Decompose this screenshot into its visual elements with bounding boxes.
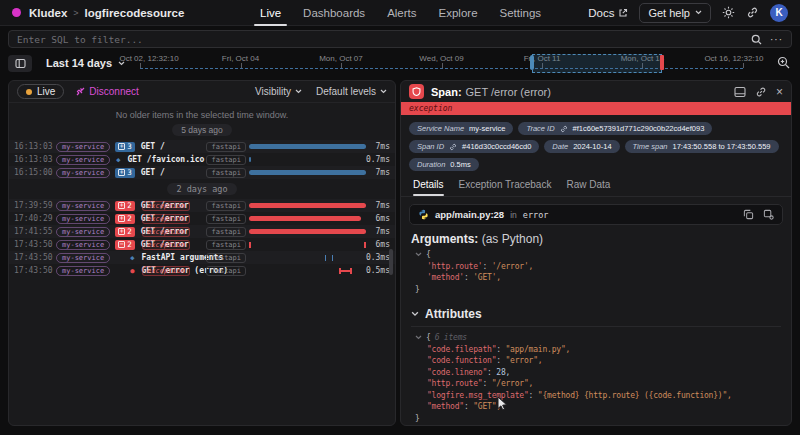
more-options-icon[interactable]: ···: [770, 34, 783, 45]
search-icon[interactable]: [751, 34, 762, 45]
duration-value: 7ms: [376, 168, 390, 177]
row-timestamp: 17:43:50: [14, 266, 56, 275]
empty-window-message: No older items in the selected time wind…: [9, 110, 395, 120]
duration-bar-area: [249, 153, 366, 166]
breadcrumb-project[interactable]: logfirecodesource: [85, 7, 185, 19]
duration-value: 7ms: [376, 142, 390, 151]
collapse-caret-icon[interactable]: [415, 252, 422, 257]
tag-exception: exception: [142, 266, 190, 276]
copy-link-icon[interactable]: [755, 86, 767, 98]
zoom-in-icon[interactable]: [777, 56, 790, 69]
scrollbar-thumb[interactable]: [389, 249, 393, 275]
meta-trace-id[interactable]: Trace ID #f1c60e57391d771c290c0b22cd4ef0…: [518, 122, 712, 135]
sql-filter-input[interactable]: [17, 34, 743, 45]
meta-span-id[interactable]: Span ID #416d30c0ccd46cd0: [409, 140, 539, 153]
child-span-marker: [339, 268, 352, 274]
plus-icon: +: [118, 169, 125, 176]
close-icon[interactable]: ×: [776, 86, 783, 98]
docs-link[interactable]: Docs: [588, 7, 628, 19]
tab-alerts[interactable]: Alerts: [387, 0, 416, 26]
span-detail-panel: Span:GET /error (error) × exception Serv…: [400, 80, 792, 426]
attribute-entry: "code.lineno": 28,: [411, 367, 781, 379]
meta-date: Date 2024-10-14: [544, 140, 619, 153]
duration-bar: [249, 157, 251, 162]
timeline-tick-label: Oct 16, 12:32:10: [704, 54, 763, 63]
selection-end-marker[interactable]: [660, 55, 664, 70]
disconnect-button[interactable]: Disconnect: [76, 86, 138, 97]
span-name: GET /favicon.ico: [127, 155, 204, 164]
tag-fastapi: fastapi: [206, 253, 246, 263]
table-row[interactable]: 17:43:50 my-service −2 GET /error except…: [9, 238, 395, 251]
timeline[interactable]: Oct 02, 12:32:10 Fri, Oct 04 Mon, Oct 07…: [140, 50, 743, 76]
chevron-down-icon: [695, 10, 702, 15]
table-row[interactable]: 17:43:50 my-service ● GET /error (error)…: [9, 264, 395, 277]
default-levels-dropdown[interactable]: Default levels: [316, 86, 387, 97]
tab-dashboards[interactable]: Dashboards: [303, 0, 365, 26]
visibility-label: Visibility: [255, 86, 291, 97]
collapse-caret-icon[interactable]: [415, 335, 422, 340]
argument-entry: 'http.route': '/error',: [411, 261, 781, 273]
attributes-heading[interactable]: Attributes: [411, 307, 781, 327]
tab-exception-traceback[interactable]: Exception Traceback: [459, 179, 552, 196]
collapse-children-badge[interactable]: −2: [115, 240, 135, 250]
time-range-label: Last 14 days: [46, 57, 112, 69]
table-row[interactable]: 17:40:29 my-service +2 GET /error except…: [9, 212, 395, 225]
table-row[interactable]: 16:15:00 my-service +3 GET / fastapi 7ms: [9, 166, 395, 179]
tag-fastapi: fastapi: [206, 214, 246, 224]
exception-banner: exception: [401, 102, 791, 115]
live-panel-controls: Visibility Default levels: [255, 86, 387, 97]
table-row[interactable]: 17:39:59 my-service +2 GET /error except…: [9, 199, 395, 212]
attribute-entry: "http.route": "/error",: [411, 378, 781, 390]
code-function: error: [523, 210, 549, 220]
external-link-icon: [618, 8, 628, 18]
selection-start-handle[interactable]: [530, 55, 534, 70]
expand-children-badge[interactable]: +2: [115, 214, 135, 224]
source-branch-icon[interactable]: [763, 209, 774, 220]
child-span-marker: [325, 255, 333, 261]
tab-live[interactable]: Live: [260, 0, 281, 26]
theme-toggle-icon[interactable]: [722, 6, 735, 19]
share-link-icon[interactable]: [746, 6, 759, 19]
code-location-actions: [743, 209, 774, 220]
visibility-dropdown[interactable]: Visibility: [255, 86, 302, 97]
expand-children-badge[interactable]: +3: [115, 142, 135, 152]
expand-children-badge[interactable]: +2: [115, 227, 135, 237]
avatar[interactable]: K: [770, 4, 788, 22]
span-detail-header: Span:GET /error (error) ×: [401, 81, 791, 102]
meta-time-span: Time span 17:43:50.558 to 17:43:50.559: [625, 140, 779, 153]
expand-children-badge[interactable]: +2: [115, 201, 135, 211]
meta-service-name: Service Name my-service: [409, 122, 513, 135]
duration-bar: [249, 203, 366, 208]
tab-explore[interactable]: Explore: [439, 0, 478, 26]
copy-icon[interactable]: [743, 209, 754, 220]
arguments-code: { 'http.route': '/error', 'method': 'GET…: [411, 249, 781, 295]
timeline-tick-label: Fri, Oct 04: [222, 54, 259, 63]
time-range-select[interactable]: Last 14 days: [46, 57, 125, 69]
table-row[interactable]: 17:41:55 my-service +2 GET /error except…: [9, 225, 395, 238]
main-area: Live Disconnect Visibility Default level…: [8, 80, 792, 426]
chevron-down-icon: [295, 89, 302, 94]
tab-raw-data[interactable]: Raw Data: [566, 179, 610, 196]
breadcrumb: Kludex > logfirecodesource: [29, 7, 184, 19]
expand-children-badge[interactable]: +3: [115, 168, 135, 178]
timeline-selection[interactable]: [532, 54, 662, 73]
plus-icon: +: [118, 215, 125, 222]
table-row[interactable]: 16:13:03 my-service ◆ GET /favicon.ico f…: [9, 153, 395, 166]
dock-panel-icon[interactable]: [734, 86, 746, 98]
table-row[interactable]: 16:13:03 my-service +3 GET / fastapi 7ms: [9, 140, 395, 153]
span-diamond-icon: ◆: [116, 156, 120, 164]
tab-details[interactable]: Details: [413, 179, 444, 196]
sidebar-toggle-button[interactable]: [8, 55, 32, 72]
arguments-heading-suffix: (as Python): [482, 232, 543, 246]
get-help-button[interactable]: Get help: [639, 3, 711, 23]
breadcrumb-org[interactable]: Kludex: [29, 7, 67, 19]
span-name: GET /: [141, 142, 165, 151]
tab-settings[interactable]: Settings: [500, 0, 542, 26]
table-row[interactable]: 17:43:50 my-service ◆ FastAPI arguments …: [9, 251, 395, 264]
live-button[interactable]: Live: [17, 84, 64, 99]
breadcrumb-separator: >: [73, 8, 78, 18]
code-location[interactable]: app/main.py:28 in error: [409, 204, 783, 225]
row-timestamp: 17:43:50: [14, 240, 56, 249]
service-badge: my-service: [56, 227, 110, 237]
tag-exception: exception: [142, 201, 190, 211]
